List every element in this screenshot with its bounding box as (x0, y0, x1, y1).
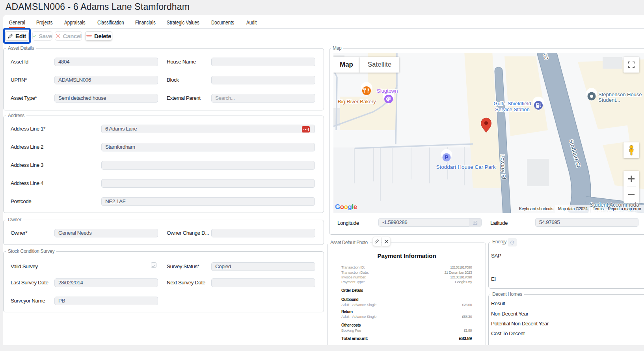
svg-text:Gulf - Shieldfield: Gulf - Shieldfield (493, 101, 531, 106)
svg-text:Stephenson House: Stephenson House (598, 91, 642, 97)
svg-text:Slugtown: Slugtown (377, 88, 398, 94)
svg-text:Student...: Student... (598, 97, 620, 103)
svg-text:Big River Bakery: Big River Bakery (338, 99, 376, 105)
svg-text:Stoddart House Car Park: Stoddart House Car Park (436, 164, 496, 170)
svg-text:P: P (445, 154, 448, 161)
svg-text:Service Station: Service Station (495, 106, 529, 112)
